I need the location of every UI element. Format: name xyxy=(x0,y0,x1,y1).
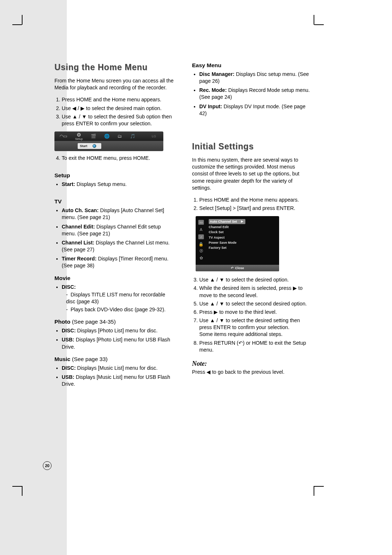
settings-options: Auto Channel Set ▶ Channel Edit Clock Se… xyxy=(207,218,245,250)
heading-paren: (See page 33) xyxy=(70,356,108,362)
home-menu-topbar: ◠▭ ⚙ Setup 🎬 🌐 🗂 🎵 LG xyxy=(54,131,163,141)
crop-mark xyxy=(22,15,23,25)
bold-term: USB: xyxy=(62,374,74,380)
bold-term: Auto Ch. Scan: xyxy=(62,207,99,213)
initial-steps-b: Use ▲ / ▼ to select the desired option. … xyxy=(192,276,312,353)
step-item: Use ▲ / ▼ to select the desired option. xyxy=(199,276,312,283)
settings-menu-body: ▭ A ♪ 🔒 ⦿ ✿ Auto Channel Set ▶ Channel E… xyxy=(196,218,279,262)
clapper-icon: 🎬 xyxy=(91,133,96,139)
bold-term: Channel List: xyxy=(62,240,94,246)
home-steps-list: Press HOME and the Home menu appears. Us… xyxy=(54,96,175,127)
crop-mark xyxy=(22,486,23,496)
heading-text: Photo xyxy=(54,319,70,325)
settings-option: TV Aspect xyxy=(209,235,245,240)
subheading-music: Music (See page 33) xyxy=(54,356,175,363)
bold-term: DISC: xyxy=(62,365,76,371)
disc-icon: ⦿ xyxy=(199,249,204,253)
section-title-home-menu: Using the Home Menu xyxy=(54,62,175,73)
list-item: DISC: Displays TITLE LIST menu for recor… xyxy=(62,284,175,313)
list-item: Channel List: Displays the Channel List … xyxy=(62,239,175,253)
list-item: DV Input: Displays DV Input mode. (See p… xyxy=(199,103,312,117)
settings-option: Factory Set xyxy=(209,246,245,250)
initial-intro: In this menu system, there are several w… xyxy=(192,157,312,191)
step-item: Use ◀ / ▶ to select the desired main opt… xyxy=(62,105,175,112)
list-item: DISC: Displays [Music List] menu for dis… xyxy=(62,365,175,372)
step-item: Select [Setup] > [Start] and press ENTER… xyxy=(199,205,312,212)
page-number: 20 xyxy=(43,461,52,470)
step-item: Press HOME and the Home menu appears. xyxy=(199,197,312,203)
setup-bullets: Start: Displays Setup menu. xyxy=(54,181,175,188)
intro-paragraph: From the Home Menu screen you can access… xyxy=(54,77,175,91)
movie-bullets: DISC: Displays TITLE LIST menu for recor… xyxy=(54,284,175,313)
close-label: Close xyxy=(235,266,244,270)
crop-mark xyxy=(314,486,324,487)
bold-term: Timer Record: xyxy=(62,256,97,262)
brand-label: LG xyxy=(152,134,156,138)
step-item: Use ▲ / ▼ to select the second desired o… xyxy=(199,300,312,307)
list-item: Rec. Mode: Displays Record Mode setup me… xyxy=(199,87,312,101)
chevron-right-icon: ▶ xyxy=(241,220,243,224)
bold-term: Rec. Mode: xyxy=(199,87,227,93)
setup-label: Setup xyxy=(75,138,83,141)
item-text: Displays [Photo List] menu for disc. xyxy=(76,328,158,333)
crop-mark xyxy=(12,24,22,25)
heading-paren: (See page 34-35) xyxy=(70,319,116,325)
start-button: Start xyxy=(78,143,101,149)
bold-term: Channel Edit: xyxy=(62,224,95,230)
settings-option: Power Save Mode xyxy=(209,240,245,245)
home-steps-list-cont: To exit the HOME menu, press HOME. xyxy=(54,155,175,162)
item-text: Displays [Music List] menu for disc. xyxy=(76,365,158,371)
list-item: USB: Displays [Music List] menu for USB … xyxy=(62,374,175,388)
heading-text: Music xyxy=(54,356,70,362)
antenna-icon: ◠▭ xyxy=(60,133,67,139)
settings-option-selected: Auto Channel Set ▶ xyxy=(209,219,245,224)
start-label: Start xyxy=(80,144,87,148)
subheading-easy-menu: Easy Menu xyxy=(192,62,312,69)
music-icon: 🎵 xyxy=(130,133,135,139)
step-item: Press RETURN (↶) or HOME to exit the Set… xyxy=(199,340,312,353)
setup-tab: ⚙ Setup xyxy=(75,132,83,141)
crop-mark xyxy=(314,24,324,25)
tv-icon: ▭ xyxy=(198,220,204,225)
subheading-photo: Photo (See page 34-35) xyxy=(54,318,175,326)
step-item: Press HOME and the Home menu appears. xyxy=(62,96,175,103)
subheading-movie: Movie xyxy=(54,275,175,282)
item-text: Displays [Photo List] menu for USB Flash… xyxy=(62,337,170,349)
crop-mark xyxy=(12,486,22,487)
audio-icon: ♪ xyxy=(198,234,204,239)
settings-close-bar: ↶ Close xyxy=(196,265,279,271)
home-menu-graphic: ◠▭ ⚙ Setup 🎬 🌐 🗂 🎵 LG Start xyxy=(54,131,163,151)
music-bullets: DISC: Displays [Music List] menu for dis… xyxy=(54,365,175,388)
step-item: While the desired item is selected, pres… xyxy=(199,285,312,299)
crop-mark xyxy=(314,15,314,25)
crop-mark xyxy=(314,486,314,496)
content-columns: Using the Home Menu From the Home Menu s… xyxy=(54,62,312,391)
option-label: Auto Channel Set xyxy=(210,219,237,224)
sub-item: Plays back DVD-Video disc (page 29-32). xyxy=(66,306,175,313)
step-item: Press ▶ to move to the third level. xyxy=(199,309,312,316)
list-item: USB: Displays [Photo List] menu for USB … xyxy=(62,336,175,350)
step-item: Use ▲ / ▼ to select the desired setting … xyxy=(199,317,312,338)
bold-term: DISC: xyxy=(62,284,76,290)
bold-term: USB: xyxy=(62,337,74,343)
initial-steps-a: Press HOME and the Home menu appears. Se… xyxy=(192,197,312,212)
step-item: Use ▲ / ▼ to select the desired Sub opti… xyxy=(62,113,175,127)
item-text: Displays [Music List] menu for USB Flash… xyxy=(62,374,170,387)
tv-bullets: Auto Ch. Scan: Displays [Auto Channel Se… xyxy=(54,207,175,269)
item-text: Displays Setup menu. xyxy=(75,181,127,187)
note-body: Press ◀ to go back to the previous level… xyxy=(192,369,312,376)
easy-bullets: Disc Manager: Displays Disc setup menu. … xyxy=(192,71,312,117)
settings-option: Clock Set xyxy=(209,230,245,234)
sub-item: Displays TITLE LIST menu for recordable … xyxy=(66,291,175,305)
settings-category-icons: ▭ A ♪ 🔒 ⦿ ✿ xyxy=(196,218,207,260)
settings-menu-graphic: ▭ A ♪ 🔒 ⦿ ✿ Auto Channel Set ▶ Channel E… xyxy=(196,216,279,271)
photo-bullets: DISC: Displays [Photo List] menu for dis… xyxy=(54,327,175,351)
section-title-initial-settings: Initial Settings xyxy=(192,141,312,152)
bold-term: Disc Manager: xyxy=(199,71,234,77)
language-icon: A xyxy=(199,227,204,232)
right-column: Easy Menu Disc Manager: Displays Disc se… xyxy=(192,62,312,391)
home-menu-botbar: Start xyxy=(54,141,163,151)
list-item: Channel Edit: Displays Channel Edit setu… xyxy=(62,223,175,237)
subheading-setup: Setup xyxy=(54,172,175,179)
list-item: Timer Record: Displays [Timer Record] me… xyxy=(62,255,175,269)
